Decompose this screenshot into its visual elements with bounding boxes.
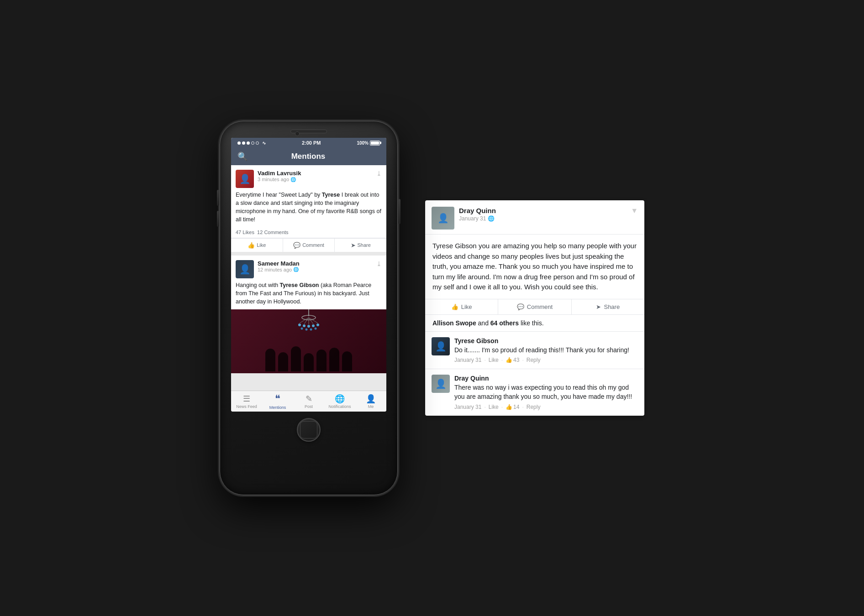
tab-label-notifications: Notifications <box>328 404 351 409</box>
post-actions-1: 👍 Like 💬 Comment ➤ Share <box>231 238 386 252</box>
bookmark-icon-1[interactable]: ⤓ <box>376 170 382 177</box>
post-icon: ✎ <box>306 395 312 403</box>
tab-label-post: Post <box>305 404 313 409</box>
comment-reply-btn-2[interactable]: Reply <box>527 404 541 410</box>
comment-body-1: Tyrese Gibson Do it....... I'm so proud … <box>454 337 638 364</box>
share-button-1[interactable]: ➤ Share <box>335 239 386 252</box>
post-image-2 <box>231 309 386 373</box>
fb-share-button[interactable]: ➤ Share <box>572 299 644 314</box>
globe-icon-2: 🌐 <box>293 267 299 272</box>
comment-avatar-dray: 👤 <box>432 375 450 393</box>
liker-name: Allison Swope <box>432 319 476 327</box>
person-2 <box>278 352 288 371</box>
likes-count: 47 Likes <box>236 230 254 235</box>
phone-screen: ∿ 2:00 PM 100% 🔍 Mentions <box>231 138 386 412</box>
fb-post-date: January 31 🌐 <box>459 215 631 222</box>
mention-tyrese-gibson: Tyrese Gibson <box>280 282 319 288</box>
comment-button-1[interactable]: 💬 Comment <box>283 239 335 252</box>
nav-bar: 🔍 Mentions <box>231 148 386 165</box>
wifi-icon: ∿ <box>262 141 266 146</box>
svg-point-9 <box>307 325 310 328</box>
post-time-2: 12 minutes ago 🌐 <box>258 267 376 272</box>
fb-comment-2: 👤 Dray Quinn There was no way i was expe… <box>425 369 644 415</box>
fb-bookmark-icon[interactable]: ▼ <box>631 207 638 215</box>
fb-card: 👤 Dray Quinn January 31 🌐 ▼ Tyrese Gibso… <box>425 200 644 415</box>
tab-label-me: Me <box>368 404 374 409</box>
fb-post-actions: 👍 Like 💬 Comment ➤ Share <box>425 299 644 315</box>
comment-author-1: Tyrese Gibson <box>454 337 638 345</box>
post-time-1: 3 minutes ago 🌐 <box>258 177 376 182</box>
svg-point-7 <box>298 324 301 326</box>
signal-dots: ∿ <box>237 141 266 146</box>
tab-notifications[interactable]: 🌐 Notifications <box>324 391 355 412</box>
svg-point-13 <box>306 328 308 330</box>
like-icon: 👍 <box>248 242 255 249</box>
svg-point-12 <box>301 327 303 329</box>
comment-date-1: January 31 <box>454 357 481 363</box>
fb-post-text: Tyrese Gibson you are amazing you help s… <box>432 242 637 291</box>
avatar-vadim: 👤 <box>236 170 254 188</box>
signal-dot-5 <box>256 141 259 145</box>
search-button[interactable]: 🔍 <box>237 151 248 162</box>
tab-label-news-feed: News Feed <box>236 404 257 409</box>
tab-post[interactable]: ✎ Post <box>293 391 324 412</box>
signal-dot-1 <box>237 141 241 145</box>
comment-meta-2: January 31 · Like · 👍 14 · Reply <box>454 404 638 410</box>
power-button[interactable] <box>398 199 400 224</box>
avatar-sameer: 👤 <box>236 260 254 278</box>
post-header-1: 👤 Vadim Lavrusik 3 minutes ago 🌐 ⤓ <box>231 165 386 191</box>
tab-news-feed[interactable]: ☰ News Feed <box>231 391 262 412</box>
fb-likes-bar: Allison Swope and 64 others like this. <box>425 315 644 332</box>
post-body-1: Everytime I hear "Sweet Lady" by Tyrese … <box>231 191 386 228</box>
phone-bottom <box>297 418 321 442</box>
news-feed-icon: ☰ <box>243 395 250 403</box>
globe-icon-fb: 🌐 <box>488 215 495 222</box>
post-meta-2: Sameer Madan 12 minutes ago 🌐 <box>258 260 376 272</box>
signal-dot-3 <box>247 141 250 145</box>
feed-content[interactable]: 👤 Vadim Lavrusik 3 minutes ago 🌐 ⤓ Ev <box>231 165 386 391</box>
like-button-1[interactable]: 👍 Like <box>231 239 283 252</box>
comment-reply-btn-1[interactable]: Reply <box>527 357 541 363</box>
comment-like-count-1: 👍 43 <box>506 357 519 363</box>
comment-like-btn-1[interactable]: Like <box>489 357 499 363</box>
share-icon: ➤ <box>351 242 356 249</box>
fb-comment-button[interactable]: 💬 Comment <box>498 299 571 314</box>
post-author-2: Sameer Madan <box>258 260 376 267</box>
comment-body-2: Dray Quinn There was no way i was expect… <box>454 375 638 410</box>
svg-point-11 <box>316 324 319 326</box>
person-3 <box>291 346 301 371</box>
mentions-icon: ❝ <box>275 394 280 404</box>
svg-point-8 <box>303 324 306 327</box>
post-stats-1: 47 Likes 12 Comments <box>231 228 386 238</box>
fb-post-meta: Dray Quinn January 31 🌐 <box>459 207 631 222</box>
svg-line-6 <box>309 318 318 323</box>
status-time: 2:00 PM <box>302 140 321 146</box>
comment-icon: 💬 <box>293 242 300 249</box>
battery-percent: 100% <box>357 141 369 146</box>
fb-share-icon: ➤ <box>596 303 601 310</box>
fb-like-icon: 👍 <box>451 303 458 310</box>
comment-author-2: Dray Quinn <box>454 375 638 382</box>
comment-date-2: January 31 <box>454 404 481 410</box>
fb-post-author: Dray Quinn <box>459 207 631 214</box>
fb-like-button[interactable]: 👍 Like <box>425 299 498 314</box>
fb-comment-1: 👤 Tyrese Gibson Do it....... I'm so prou… <box>425 332 644 370</box>
comment-like-btn-2[interactable]: Like <box>489 404 499 410</box>
volume-up-button[interactable] <box>217 190 219 206</box>
comment-text-2: There was no way i was expecting you to … <box>454 383 638 401</box>
comment-text-1: Do it....... I'm so proud of reading thi… <box>454 346 638 355</box>
volume-down-button[interactable] <box>217 211 219 227</box>
tab-mentions[interactable]: ❝ Mentions <box>262 391 293 412</box>
battery-bar <box>370 141 380 146</box>
tab-me[interactable]: 👤 Me <box>355 391 386 412</box>
home-button[interactable] <box>297 418 321 442</box>
svg-point-15 <box>315 327 317 329</box>
bookmark-icon-2[interactable]: ⤓ <box>376 260 382 267</box>
post-meta-1: Vadim Lavrusik 3 minutes ago 🌐 <box>258 170 376 182</box>
comment-like-count-2: 👍 14 <box>506 404 519 410</box>
comment-meta-1: January 31 · Like · 👍 43 · Reply <box>454 357 638 363</box>
notifications-icon: 🌐 <box>335 395 345 403</box>
fb-post-body: Tyrese Gibson you are amazing you help s… <box>425 235 644 299</box>
signal-dot-2 <box>242 141 245 145</box>
comment-avatar-tyrese: 👤 <box>432 337 450 355</box>
